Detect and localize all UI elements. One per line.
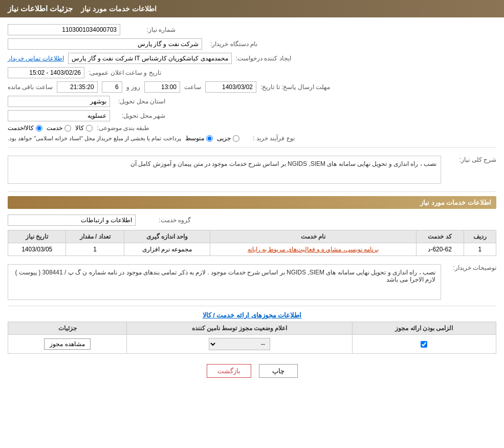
category-kala-radio[interactable]: [86, 125, 93, 132]
category-row: طبقه بندی موضوعی: کالا خدمت کالا/خدمت: [8, 123, 496, 133]
process-motavaset-label[interactable]: متوسط: [185, 135, 213, 142]
deadline-row: مهلت ارسال پاسخ: تا تاریخ: ساعت روز و سا…: [8, 80, 496, 94]
process-jozei-label[interactable]: جزیی: [217, 135, 239, 142]
deadline-time-label: ساعت: [184, 83, 201, 91]
view-permit-button[interactable]: مشاهده مجوز: [44, 338, 90, 350]
service-group-row: گروه خدمت:: [8, 213, 496, 227]
permit-col-status: اعلام وضعیت مجوز توسط نامین کننده: [127, 322, 353, 335]
general-desc-box: نصب ، راه اندازی و تحویل نهایی سامانه ها…: [8, 156, 441, 184]
deadline-remaining-label: ساعت باقی مانده: [8, 83, 53, 91]
category-khadamat-label[interactable]: خدمت: [47, 124, 71, 132]
col-date: تاریخ نیاز: [8, 230, 66, 243]
general-desc-label: شرح کلی نیاز:: [445, 156, 496, 163]
city-row: شهر محل تحویل:: [8, 109, 496, 123]
category-khadamat-text: خدمت: [47, 124, 62, 132]
services-title-text: اطلاعات خدمات مورد نیاز: [420, 199, 491, 206]
category-kala-label[interactable]: کالا: [75, 124, 93, 132]
buyer-desc-box: نصب ، راه اندازی و تحویل نهایی سامانه ها…: [8, 264, 441, 300]
creator-label: ایجاد کننده درخواست:: [236, 55, 291, 62]
page-header: اطلاعات خدمات مورد نیاز جزئیات اطلاعات ن…: [0, 0, 504, 17]
table-row: 1 620-62-د برنامه نویسی، مشاوره و فعالیت…: [8, 243, 496, 256]
category-kala-khadamat-text: کالا/خدمت: [8, 124, 34, 132]
category-label: طبقه بندی موضوعی:: [97, 124, 149, 132]
col-service-code: کد خدمت: [416, 230, 464, 243]
general-desc-text: نصب ، راه اندازی و تحویل نهایی سامانه ها…: [130, 160, 436, 167]
buyer-org-label: نام دستگاه خریدار:: [206, 40, 257, 48]
permit-row: -- مشاهده مجوز: [8, 335, 496, 354]
deadline-days-input[interactable]: [102, 81, 122, 93]
buyer-org-input[interactable]: [8, 38, 202, 50]
creator-link[interactable]: اطلاعات تماس خریدار: [8, 55, 64, 62]
services-section-title: اطلاعات خدمات مورد نیاز: [8, 196, 496, 209]
category-kala-text: کالا: [75, 124, 84, 132]
buyer-desc-row: توصیحات خریدار: نصب ، راه اندازی و تحویل…: [8, 260, 496, 302]
col-row-num: ردیف: [464, 230, 496, 243]
city-label: شهر محل تحویل:: [114, 112, 165, 119]
province-row: استان محل تحویل:: [8, 94, 496, 109]
process-motavaset-radio[interactable]: [206, 135, 213, 142]
category-kala-khadamat-radio[interactable]: [36, 125, 42, 132]
print-button[interactable]: چاپ: [259, 364, 298, 378]
deadline-days-label: روز و: [126, 83, 140, 91]
process-type-label: نوع فرآیند خرید :: [244, 135, 295, 142]
announce-label: تاریخ و ساعت اعلان عمومی:: [89, 69, 161, 76]
announce-input[interactable]: [8, 67, 84, 78]
divider-3: [8, 306, 496, 306]
services-table: ردیف کد خدمت نام خدمت واحد اندازه گیری ت…: [8, 230, 496, 256]
creator-input[interactable]: [68, 53, 232, 64]
divider-2: [8, 191, 496, 192]
buyer-desc-label: توصیحات خریدار:: [445, 264, 496, 271]
col-unit: واحد اندازه گیری: [124, 230, 210, 243]
category-khadamat-radio[interactable]: [64, 125, 71, 132]
back-button[interactable]: بازگشت: [207, 364, 251, 378]
main-content: شماره نیاز: نام دستگاه خریدار: ایجاد کنن…: [0, 17, 504, 388]
cell-service-name[interactable]: برنامه نویسی، مشاوره و فعالیت‌های مربوط …: [210, 243, 416, 256]
need-number-input[interactable]: [8, 24, 120, 35]
permit-col-details: جزئیات: [8, 322, 127, 335]
footer-buttons: چاپ بازگشت: [8, 364, 496, 378]
deadline-date-input[interactable]: [205, 81, 256, 93]
cell-unit: مجموعه نرم افزاری: [124, 243, 210, 256]
general-desc-row: شرح کلی نیاز: نصب ، راه اندازی و تحویل ن…: [8, 152, 496, 187]
page-main-title: جزئیات اطلاعات نیاز: [8, 4, 73, 13]
process-jozei-radio[interactable]: [233, 135, 239, 142]
service-group-label: گروه خدمت:: [140, 217, 191, 224]
cell-row-num: 1: [464, 243, 496, 256]
permit-details-cell: مشاهده مجوز: [8, 335, 127, 354]
cell-quantity: 1: [66, 243, 124, 256]
deadline-remaining-input[interactable]: [57, 81, 98, 93]
col-quantity: تعداد / مقدار: [66, 230, 124, 243]
category-kala-khadamat-label[interactable]: کالا/خدمت: [8, 124, 42, 132]
deadline-label: مهلت ارسال پاسخ: تا تاریخ:: [260, 83, 330, 91]
service-group-input[interactable]: [8, 215, 136, 226]
process-note-text: پرداخت تمام یا بخشی از مبلغ خریداز محل "…: [8, 135, 181, 142]
process-type-row: نوع فرآیند خرید : جزیی متوسط پرداخت تمام…: [8, 133, 496, 143]
divider-1: [8, 147, 496, 148]
process-motavaset-text: متوسط: [185, 135, 204, 142]
need-number-label: شماره نیاز:: [124, 26, 176, 33]
announce-row: تاریخ و ساعت اعلان عمومی:: [8, 66, 496, 80]
deadline-time-input[interactable]: [144, 81, 180, 93]
permit-table: الزامی بودن ارائه مجوز اعلام وضعیت مجوز …: [8, 322, 496, 354]
permit-section-title: اطلاعات مجوزهای ارائه خدمت / کالا: [8, 311, 496, 319]
province-input[interactable]: [8, 96, 110, 107]
page-title: اطلاعات خدمات مورد نیاز: [81, 5, 157, 13]
col-service-name: نام خدمت: [210, 230, 416, 243]
cell-service-code: 620-62-د: [416, 243, 464, 256]
city-input[interactable]: [8, 110, 110, 121]
buyer-desc-text: نصب ، راه اندازی و تحویل نهایی سامانه ها…: [15, 269, 435, 283]
permit-required-checkbox[interactable]: [421, 341, 427, 348]
buyer-org-row: نام دستگاه خریدار:: [8, 37, 496, 51]
page-wrapper: اطلاعات خدمات مورد نیاز جزئیات اطلاعات ن…: [0, 0, 504, 448]
permit-col-required: الزامی بودن ارائه مجوز: [352, 322, 496, 335]
permit-status-select[interactable]: --: [209, 338, 270, 350]
permit-status-cell: --: [127, 335, 353, 354]
permit-required-cell: [352, 335, 496, 354]
process-jozei-text: جزیی: [217, 135, 231, 142]
cell-date: 1403/03/05: [8, 243, 66, 256]
province-label: استان محل تحویل:: [114, 98, 165, 105]
creator-row: ایجاد کننده درخواست: اطلاعات تماس خریدار: [8, 51, 496, 66]
need-number-row: شماره نیاز:: [8, 23, 496, 37]
